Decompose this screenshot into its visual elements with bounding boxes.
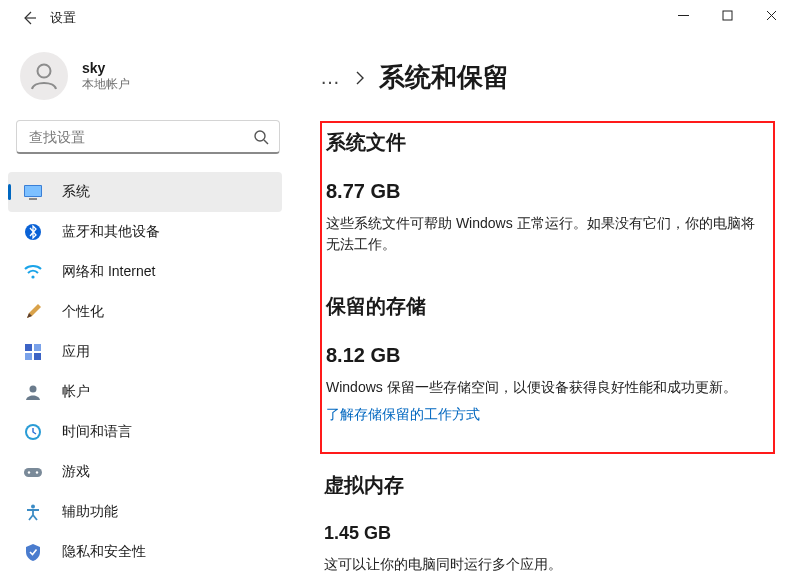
sidebar-item-time[interactable]: 时间和语言 xyxy=(8,412,282,452)
privacy-icon xyxy=(22,541,44,563)
minimize-button[interactable] xyxy=(661,0,705,30)
sidebar-item-network[interactable]: 网络和 Internet xyxy=(8,252,282,292)
section-system-files: 系统文件 8.77 GB 这些系统文件可帮助 Windows 正常运行。如果没有… xyxy=(322,129,763,271)
sidebar-item-label: 辅助功能 xyxy=(62,503,118,521)
accessibility-icon xyxy=(22,501,44,523)
svg-rect-8 xyxy=(25,344,32,351)
brush-icon xyxy=(22,301,44,323)
sidebar: sky 本地帐户 系统 蓝牙和其他设备 网络和 Internet xyxy=(0,36,288,586)
svg-point-7 xyxy=(31,275,34,278)
reserved-link[interactable]: 了解存储保留的工作方式 xyxy=(326,406,480,424)
bluetooth-icon xyxy=(22,221,44,243)
search-icon xyxy=(253,129,269,145)
sidebar-item-label: 帐户 xyxy=(62,383,90,401)
sidebar-item-accessibility[interactable]: 辅助功能 xyxy=(8,492,282,532)
svg-rect-15 xyxy=(24,468,42,477)
avatar xyxy=(20,52,68,100)
sidebar-item-label: 应用 xyxy=(62,343,90,361)
svg-point-16 xyxy=(28,471,30,473)
system-icon xyxy=(22,181,44,203)
maximize-button[interactable] xyxy=(705,0,749,30)
titlebar: 设置 xyxy=(0,0,793,36)
svg-point-1 xyxy=(38,65,51,78)
apps-icon xyxy=(22,341,44,363)
section-reserved-storage: 保留的存储 8.12 GB Windows 保留一些存储空间，以便设备获得良好性… xyxy=(322,293,763,440)
back-arrow-icon xyxy=(21,10,37,26)
close-button[interactable] xyxy=(749,0,793,30)
section-desc: Windows 保留一些存储空间，以便设备获得良好性能和成功更新。 xyxy=(326,377,755,398)
section-desc: 这可以让你的电脑同时运行多个应用。 xyxy=(324,554,767,575)
sidebar-item-privacy[interactable]: 隐私和安全性 xyxy=(8,532,282,572)
svg-rect-0 xyxy=(723,11,732,20)
section-title: 保留的存储 xyxy=(326,293,755,320)
page-title: 系统和保留 xyxy=(379,60,509,95)
search-box[interactable] xyxy=(16,120,280,154)
breadcrumb: … 系统和保留 xyxy=(320,60,775,95)
minimize-icon xyxy=(678,10,689,21)
sidebar-item-label: 系统 xyxy=(62,183,90,201)
svg-point-12 xyxy=(30,386,37,393)
close-icon xyxy=(766,10,777,21)
maximize-icon xyxy=(722,10,733,21)
svg-point-18 xyxy=(31,505,35,509)
sidebar-item-accounts[interactable]: 帐户 xyxy=(8,372,282,412)
section-value: 1.45 GB xyxy=(324,523,767,544)
section-title: 虚拟内存 xyxy=(324,472,767,499)
svg-rect-4 xyxy=(25,186,41,196)
svg-rect-5 xyxy=(29,198,37,200)
titlebar-title: 设置 xyxy=(50,9,76,27)
chevron-right-icon xyxy=(355,71,365,85)
section-value: 8.77 GB xyxy=(326,180,755,203)
svg-rect-9 xyxy=(34,344,41,351)
sidebar-item-label: 隐私和安全性 xyxy=(62,543,146,561)
svg-point-2 xyxy=(255,131,265,141)
content: … 系统和保留 系统文件 8.77 GB 这些系统文件可帮助 Windows 正… xyxy=(288,36,793,586)
section-title: 系统文件 xyxy=(326,129,755,156)
sidebar-item-label: 网络和 Internet xyxy=(62,263,155,281)
time-icon xyxy=(22,421,44,443)
profile-name: sky xyxy=(82,60,130,76)
profile[interactable]: sky 本地帐户 xyxy=(8,36,288,120)
accounts-icon xyxy=(22,381,44,403)
search-input[interactable] xyxy=(29,129,253,145)
sidebar-item-personalization[interactable]: 个性化 xyxy=(8,292,282,332)
sidebar-item-apps[interactable]: 应用 xyxy=(8,332,282,372)
sidebar-item-label: 个性化 xyxy=(62,303,104,321)
sidebar-item-label: 游戏 xyxy=(62,463,90,481)
sidebar-item-gaming[interactable]: 游戏 xyxy=(8,452,282,492)
section-virtual-memory: 虚拟内存 1.45 GB 这可以让你的电脑同时运行多个应用。 xyxy=(320,472,775,586)
window-controls xyxy=(661,0,793,30)
sidebar-item-label: 蓝牙和其他设备 xyxy=(62,223,160,241)
sidebar-item-system[interactable]: 系统 xyxy=(8,172,282,212)
svg-rect-10 xyxy=(25,353,32,360)
section-desc: 这些系统文件可帮助 Windows 正常运行。如果没有它们，你的电脑将无法工作。 xyxy=(326,213,755,255)
gaming-icon xyxy=(22,461,44,483)
nav: 系统 蓝牙和其他设备 网络和 Internet 个性化 应用 帐户 xyxy=(8,172,288,586)
section-value: 8.12 GB xyxy=(326,344,755,367)
profile-sub: 本地帐户 xyxy=(82,76,130,93)
wifi-icon xyxy=(22,261,44,283)
svg-rect-11 xyxy=(34,353,41,360)
person-icon xyxy=(27,59,61,93)
sidebar-item-label: 时间和语言 xyxy=(62,423,132,441)
sidebar-item-bluetooth[interactable]: 蓝牙和其他设备 xyxy=(8,212,282,252)
breadcrumb-dots[interactable]: … xyxy=(320,66,341,89)
svg-point-17 xyxy=(36,471,38,473)
highlight-box: 系统文件 8.77 GB 这些系统文件可帮助 Windows 正常运行。如果没有… xyxy=(320,121,775,454)
back-button[interactable] xyxy=(12,4,46,32)
